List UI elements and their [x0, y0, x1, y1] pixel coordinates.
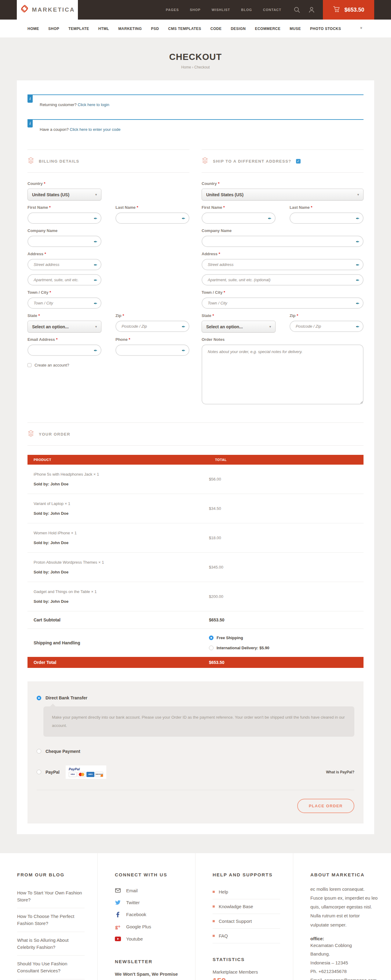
footer-connect-title: CONNECT WITH US: [115, 872, 182, 877]
billing-company-input[interactable]: [27, 235, 102, 247]
social-youtube-link[interactable]: Youtube: [115, 933, 182, 945]
subnav-code[interactable]: CODE: [210, 27, 222, 31]
billing-zip-field: Zip *: [116, 313, 189, 332]
blog-link[interactable]: Should You Use Fashion Consultant Servic…: [17, 956, 84, 979]
social-twitter-link[interactable]: Twitter: [115, 897, 182, 908]
top-nav-shop[interactable]: SHOP: [190, 8, 201, 12]
blog-link[interactable]: How To Choose The Perfect Fashion Store?: [17, 908, 84, 932]
top-nav-contact[interactable]: CONTACT: [263, 8, 281, 12]
billing-phone-input[interactable]: [116, 345, 189, 356]
user-icon[interactable]: [308, 6, 315, 13]
office-label: office:: [310, 936, 378, 941]
bullet-icon: [213, 891, 215, 893]
address-line: Bandung.: [310, 950, 378, 959]
shipping-apartment-input[interactable]: [202, 274, 364, 285]
paypal-radio[interactable]: [37, 770, 41, 774]
billing-town-input[interactable]: [27, 298, 102, 309]
place-order-button[interactable]: PLACE ORDER: [297, 799, 354, 813]
international-delivery-radio[interactable]: [209, 646, 213, 650]
billing-zip-input[interactable]: [116, 321, 189, 332]
subnav-muse[interactable]: MUSE: [289, 27, 301, 31]
help-link[interactable]: Knowladge Base: [213, 899, 280, 914]
order-notes-label: Order Notes: [202, 337, 364, 342]
first-name-label: First Name: [27, 205, 48, 210]
billing-last-name-input[interactable]: [116, 212, 189, 224]
subnav-design[interactable]: DESIGN: [230, 27, 246, 31]
shipping-company-input[interactable]: [202, 235, 364, 247]
shipping-last-name-input[interactable]: [289, 212, 364, 224]
search-icon[interactable]: [294, 6, 300, 13]
billing-country-field: Country * United States (US): [27, 181, 102, 200]
pen-icon: [356, 216, 359, 220]
coupon-link[interactable]: Click here to enter your code: [70, 127, 120, 132]
product-total: $34.50: [209, 506, 364, 511]
footer-help-title: HELP AND SUPPORTS: [213, 872, 280, 877]
footer-about-column: ABOUT MARKETICA ec mollis lorem consequa…: [293, 853, 391, 980]
shipping-country-select[interactable]: United States (US): [202, 189, 364, 200]
order-notes-field: Order Notes: [202, 337, 364, 406]
footer-help-column: HELP AND SUPPORTS Help Knowladge Base Co…: [196, 853, 293, 980]
help-link[interactable]: Help: [213, 885, 280, 899]
free-shipping-option[interactable]: Free Shipping: [209, 635, 364, 640]
cheque-payment-method[interactable]: Cheque Payment: [37, 749, 354, 754]
product-total: $345.00: [209, 565, 364, 570]
free-shipping-radio[interactable]: [209, 635, 213, 640]
blog-link[interactable]: How To Start Your Own Fashion Store?: [17, 885, 84, 908]
create-account-checkbox-row[interactable]: Create an account?: [27, 363, 189, 368]
email-icon: [115, 888, 121, 892]
what-is-paypal-link[interactable]: What is PayPal?: [326, 770, 354, 774]
billing-email-input[interactable]: [27, 345, 102, 356]
subnav-cms-templates[interactable]: CMS TEMPLATES: [168, 27, 201, 31]
subnav-home[interactable]: HOME: [27, 27, 39, 31]
billing-street-input[interactable]: [27, 259, 102, 270]
ship-different-checkbox[interactable]: [296, 159, 300, 164]
international-delivery-option[interactable]: International Delivery: $5.90: [209, 646, 364, 650]
shipping-state-select[interactable]: Select an option...: [202, 321, 275, 332]
shipping-town-input[interactable]: [202, 298, 364, 309]
top-nav-blog[interactable]: BLOG: [241, 8, 252, 12]
subnav-psd[interactable]: PSD: [151, 27, 159, 31]
chevron-double-down-icon[interactable]: [359, 27, 363, 29]
cart-button[interactable]: $653.50: [323, 0, 374, 19]
required-mark: *: [212, 313, 214, 318]
top-nav-pages[interactable]: PAGES: [166, 8, 179, 12]
shipping-first-name-input[interactable]: [202, 212, 275, 224]
order-total-bar: Order Total $653.50: [27, 657, 364, 668]
shipping-street-input[interactable]: [202, 259, 364, 270]
billing-apartment-input[interactable]: [27, 274, 102, 285]
create-account-checkbox[interactable]: [27, 363, 32, 367]
order-notes-textarea[interactable]: [202, 345, 364, 404]
subnav-ecommerce[interactable]: ECOMMERCE: [255, 27, 280, 31]
blog-link[interactable]: What is So Alluring About Celebrity Fash…: [17, 932, 84, 956]
shipping-zip-input[interactable]: [289, 321, 364, 332]
help-link[interactable]: FAQ: [213, 929, 280, 943]
billing-email-field: Email Address *: [27, 337, 102, 356]
subnav-photo-stocks[interactable]: PHOTO STOCKS: [310, 27, 341, 31]
bank-transfer-method[interactable]: Direct Bank Transfer: [37, 695, 354, 700]
breadcrumb-home[interactable]: Home: [181, 65, 191, 69]
brand-logo[interactable]: MARKETICA: [17, 0, 78, 21]
subnav-marketing[interactable]: MARKETING: [118, 27, 142, 31]
subnav-html[interactable]: HTML: [99, 27, 109, 31]
social-facebook-link[interactable]: Facebook: [115, 908, 182, 921]
billing-country-select[interactable]: United States (US): [27, 189, 102, 200]
order-row: Proton Absolute Wordpress Themes × 1Sold…: [27, 553, 364, 582]
cheque-payment-radio[interactable]: [37, 749, 41, 754]
login-link[interactable]: Click here to login: [78, 102, 109, 107]
subnav-shop[interactable]: SHOP: [48, 27, 59, 31]
bank-transfer-radio[interactable]: [37, 696, 41, 700]
top-nav-wishlist[interactable]: WISHLIST: [212, 8, 230, 12]
paypal-method[interactable]: PayPal PayPal VISA AMEX DISCOVER What is…: [37, 765, 354, 779]
help-link[interactable]: Contact Support: [213, 914, 280, 929]
billing-first-name-input[interactable]: [27, 212, 102, 224]
billing-state-select[interactable]: Select an option...: [27, 321, 102, 332]
product-total: $200.00: [209, 594, 364, 599]
select-arrow-icon: [269, 325, 271, 328]
required-mark: *: [38, 313, 40, 318]
billing-title: BILLING DETAILS: [39, 159, 79, 164]
social-google-plus-link[interactable]: g+ Google Plus: [115, 921, 182, 933]
subnav-template[interactable]: TEMPLATE: [68, 27, 89, 31]
town-label: Town / City: [27, 290, 48, 295]
social-email-link[interactable]: Email: [115, 885, 182, 897]
info-icon: i: [27, 95, 33, 103]
